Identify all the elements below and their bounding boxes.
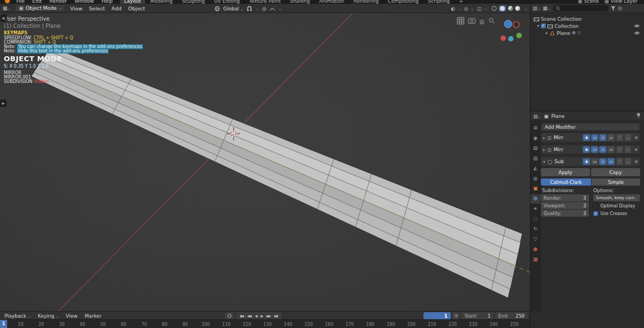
properties-tab-output[interactable]: ▤ [530, 144, 540, 153]
menu-file[interactable]: File [13, 0, 28, 4]
expand-icon[interactable]: ▸ [543, 135, 545, 140]
properties-tab-render[interactable]: ◉ [530, 134, 540, 143]
view-layer-selector[interactable]: ▦ View Layer [604, 0, 637, 4]
overlays-toggle-icon[interactable]: ◎ [464, 6, 468, 11]
toggle-realtime-icon[interactable]: ▭ [591, 158, 598, 165]
next-keyframe-button[interactable]: ▶▶ [266, 314, 270, 318]
jump-start-button[interactable]: ▮◀ [240, 314, 243, 318]
properties-tab-scene[interactable]: ◭ [530, 164, 540, 173]
workspace-tab-sculpting[interactable]: Sculpting [177, 0, 210, 4]
collection-checkbox[interactable]: ✓ [541, 23, 546, 28]
viewport-canvas[interactable] [0, 13, 530, 311]
axis-x-ball[interactable] [500, 35, 506, 41]
toggle-cage-icon[interactable]: ▱ [607, 158, 615, 165]
play-button[interactable]: ▶ [261, 314, 263, 318]
timeline-menu-marker[interactable]: Marker [85, 313, 102, 319]
hide-eye-icon[interactable] [634, 31, 640, 37]
auto-keying-toggle[interactable] [225, 312, 234, 319]
catmull-clark-button[interactable]: Catmull-Clark [541, 178, 591, 186]
tool-region-toggle-arrow[interactable]: ▸ [0, 99, 7, 107]
menu-render[interactable]: Render [46, 0, 71, 4]
outliner-editor-button[interactable]: ▤⌄ [533, 5, 540, 11]
filter-funnel-icon[interactable] [611, 6, 616, 11]
properties-tab-object-data[interactable]: ▽ [530, 235, 540, 244]
display-mode-button[interactable]: ▦⌄ [542, 5, 550, 11]
hide-eye-icon[interactable] [634, 23, 640, 29]
menu-window[interactable]: Window [71, 0, 98, 4]
frame-end-field[interactable]: End:250 [495, 312, 528, 319]
pin-icon[interactable] [636, 112, 641, 120]
playhead-current-frame[interactable]: 1 [0, 320, 7, 328]
falloff-caret[interactable]: ⌄ [278, 7, 282, 11]
modifier-name[interactable]: Mirr [554, 147, 564, 152]
close-icon[interactable]: ✕ [634, 147, 638, 152]
frame-start-field[interactable]: Start:1 [461, 312, 494, 319]
shading-options-caret[interactable]: ⌄ [524, 7, 528, 11]
menu-view[interactable]: View [70, 5, 82, 11]
modifier-name[interactable]: Mirr [554, 135, 564, 140]
mode-dropdown[interactable]: ▣ Object Mode ⌄ [15, 4, 65, 12]
zoom-magnifier-icon[interactable] [490, 19, 495, 24]
properties-tab-constraints[interactable]: ↻ [530, 224, 540, 234]
workspace-tab-scripting[interactable]: Scripting [424, 0, 455, 4]
blender-logo[interactable] [5, 0, 10, 3]
shading-wireframe-button[interactable] [492, 6, 497, 11]
playback-sync-button[interactable]: ◷ [452, 312, 460, 319]
modifier-name[interactable]: Sub [554, 159, 564, 164]
tree-row-collection[interactable]: ▾ ✓ Collection [530, 22, 644, 29]
timeline-menu-view[interactable]: View [66, 313, 77, 319]
outliner-search[interactable] [553, 5, 609, 11]
axis-y-ball[interactable] [516, 33, 522, 38]
timeline-menu-keying[interactable]: Keying ⌄ [38, 313, 58, 319]
quality-field[interactable]: Quality:3 [541, 210, 589, 217]
modifier-panel-mirror-1[interactable]: ▸ ◫ Mirr ◉ ▭ ◇ ▱ ⌃ ⌄ ✕ [541, 133, 640, 142]
toggle-editmode-icon[interactable]: ◇ [599, 146, 606, 153]
disclosure-open-icon[interactable]: ▾ [537, 23, 539, 28]
viewport-subdivisions-field[interactable]: Viewport:3 [541, 202, 589, 209]
properties-tab-tool[interactable]: ⊞ [530, 123, 540, 133]
tree-row-scene-collection[interactable]: Scene Collection [530, 15, 644, 22]
shading-rendered-button[interactable] [515, 6, 520, 11]
toggle-editmode-icon[interactable]: ◇ [599, 134, 606, 141]
add-modifier-dropdown[interactable]: Add Modifier⌄ [541, 123, 640, 131]
move-up-button[interactable]: ⌃ [617, 134, 623, 141]
close-icon[interactable]: ✕ [634, 159, 638, 164]
scene-selector[interactable]: ▣ Scene [577, 0, 599, 4]
move-down-button[interactable]: ⌄ [625, 146, 631, 153]
modifier-panel-mirror-2[interactable]: ▸ ◫ Mirr ◉ ▭ ◇ ▱ ⌃ ⌄ ✕ [541, 145, 640, 154]
toggle-realtime-icon[interactable]: ▭ [591, 134, 598, 141]
navigation-gizmo[interactable] [500, 20, 522, 41]
workspace-tab-uv-editing[interactable]: UV Editing [210, 0, 245, 4]
properties-tab-world[interactable]: ◍ [530, 174, 540, 183]
play-reverse-button[interactable]: ◀ [255, 314, 257, 318]
optimal-display-checkbox[interactable] [593, 204, 598, 208]
simple-button[interactable]: Simple [592, 178, 640, 186]
prev-keyframe-button[interactable]: ◀◀ [247, 314, 251, 318]
workspace-tab-modeling[interactable]: Modeling [146, 0, 177, 4]
move-up-button[interactable]: ⌃ [617, 146, 623, 153]
workspace-tab-layout[interactable]: Layout [120, 0, 146, 4]
toggle-editmode-icon[interactable]: ◇ [599, 158, 606, 165]
shading-material-button[interactable] [508, 6, 513, 11]
axis-y-neg-ball[interactable] [508, 36, 514, 41]
move-down-button[interactable]: ⌄ [625, 134, 631, 141]
properties-tab-view-layer[interactable]: ▥ [530, 154, 540, 163]
disclosure-closed-icon[interactable]: ▸ [546, 31, 548, 35]
gizmo-toggle-icon[interactable]: ◐ [451, 6, 455, 11]
properties-tab-material[interactable]: ● [530, 244, 540, 254]
toggle-realtime-icon[interactable]: ▭ [591, 146, 598, 153]
snap-magnet-icon[interactable] [247, 6, 252, 11]
modifier-panel-subdivision[interactable]: ▾ ◯ Sub ◉ ▭ ◇ ▱ ⌃ ⌄ ✕ [541, 157, 640, 166]
toolbar-toggle-arrow[interactable]: ▸ [1, 14, 7, 22]
viewport-3d[interactable]: User Perspective (1) Collection | Plane … [0, 13, 530, 311]
workspace-tab-rendering[interactable]: Rendering [349, 0, 384, 4]
orientation-dropdown[interactable]: Global ⌄ [223, 6, 243, 11]
mesh-object[interactable] [31, 47, 522, 298]
expand-icon[interactable]: ▸ [543, 147, 545, 152]
tree-row-plane[interactable]: ▸ Plane ⚙ ▽ [530, 29, 644, 37]
jump-end-button[interactable]: ▶▮ [275, 314, 278, 318]
toggle-render-icon[interactable]: ◉ [583, 146, 590, 153]
apply-button[interactable]: Apply [541, 168, 590, 176]
toggle-cage-icon[interactable]: ▱ [607, 146, 615, 153]
shading-solid-button[interactable] [500, 6, 505, 11]
